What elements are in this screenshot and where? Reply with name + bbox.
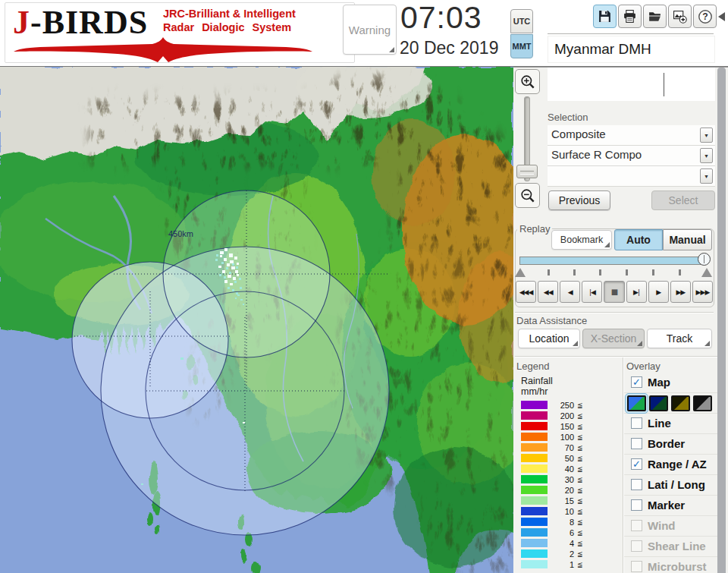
previous-button[interactable]: Previous <box>548 190 610 210</box>
overlay-item-label: Microburst <box>648 560 707 573</box>
manual-mode-button[interactable]: Manual <box>663 229 712 250</box>
selection-combo-1[interactable]: Composite ▼ <box>548 125 715 146</box>
rewind-start-button[interactable]: ◀◀◀ <box>516 281 536 303</box>
legend-value: 150 <box>547 422 574 431</box>
help-icon: ? <box>698 9 713 24</box>
auto-mode-button[interactable]: Auto <box>614 229 663 250</box>
help-button[interactable]: ? <box>693 5 717 28</box>
legend-color-swatch <box>521 528 548 537</box>
app-logo: J-BIRDS JRC-Brilliant & Intelligent Rada… <box>5 2 355 63</box>
select-button[interactable]: Select <box>651 190 715 210</box>
utc-button[interactable]: UTC <box>510 9 533 33</box>
zoom-out-icon <box>519 187 536 204</box>
checkbox-line[interactable] <box>631 417 642 429</box>
play-button[interactable]: ▶ <box>648 281 669 303</box>
map-style-black-gray[interactable] <box>693 395 712 411</box>
overlay-item-line[interactable]: Line <box>624 414 726 434</box>
warning-button[interactable]: Warning <box>343 5 397 55</box>
overlay-item-marker[interactable]: Marker <box>624 496 726 516</box>
legend-row: 200≦ <box>519 411 618 420</box>
clock-time: 07:03 <box>400 0 514 38</box>
chevron-down-icon[interactable]: ▼ <box>700 168 713 184</box>
control-panel: Selection Composite ▼ Surface R Compo ▼ … <box>513 67 728 573</box>
overlay-item-lati-long[interactable]: Lati / Long <box>624 475 726 496</box>
legend-color-swatch <box>521 464 548 473</box>
legend-row: 50≦ <box>519 454 618 463</box>
map-style-blue-green[interactable] <box>627 395 646 411</box>
save-button[interactable] <box>593 5 617 28</box>
message-input-box[interactable] <box>548 68 715 101</box>
replay-slider-track[interactable] <box>519 257 706 265</box>
stop-button[interactable]: ■ <box>604 281 624 303</box>
chevron-down-icon[interactable]: ▼ <box>700 128 713 143</box>
legend-value: 8 <box>547 518 574 527</box>
legend-row: 40≦ <box>519 464 618 474</box>
toolbar: ? <box>593 5 717 29</box>
x-section-button[interactable]: X-Section <box>582 329 645 348</box>
overlay-item-shear-line[interactable]: Shear Line <box>624 537 726 557</box>
map-zoom-in-button[interactable] <box>515 69 540 94</box>
selection-combo-2[interactable]: Surface R Compo ▼ <box>548 146 715 166</box>
legend-row: 150≦ <box>519 422 618 431</box>
divider <box>623 357 623 573</box>
overlay-item-microburst[interactable]: Microburst <box>624 557 726 573</box>
replay-slider-handle[interactable] <box>698 253 711 266</box>
checkbox-range-az[interactable]: ✓ <box>631 458 642 470</box>
map-zoom-slider-thumb[interactable] <box>516 165 538 178</box>
legend-lte-symbol: ≦ <box>577 433 583 442</box>
eagle-logo-icon <box>11 36 315 64</box>
divider <box>515 356 724 357</box>
bookmark-button[interactable]: Bookmark <box>551 230 612 250</box>
location-button[interactable]: Location <box>518 329 580 348</box>
station-name-field[interactable]: Myanmar DMH <box>548 36 715 63</box>
chevron-down-icon[interactable]: ▼ <box>700 148 713 163</box>
legend-lte-symbol: ≦ <box>577 422 583 431</box>
radar-map[interactable]: 450km <box>0 67 513 573</box>
print-button[interactable] <box>618 5 642 28</box>
checkbox-map[interactable]: ✓ <box>631 376 642 388</box>
legend-value: 6 <box>547 528 574 537</box>
overlay-item-map[interactable]: ✓Map <box>624 373 726 393</box>
overlay-item-label: Line <box>648 417 671 430</box>
play-reverse-button[interactable]: ◀ <box>560 281 580 303</box>
mmt-button[interactable]: MMT <box>510 34 533 58</box>
range-ring-label: 450km <box>168 229 193 238</box>
checkbox-marker[interactable] <box>631 499 642 511</box>
overlay-item-range-az[interactable]: ✓Range / AZ <box>624 455 726 475</box>
overlay-item-border[interactable]: Border <box>624 434 726 455</box>
checkbox-lati-long[interactable] <box>631 479 642 490</box>
legend-row: 15≦ <box>519 496 618 505</box>
open-folder-button[interactable] <box>643 5 667 28</box>
checkbox-border[interactable] <box>631 438 642 449</box>
data-assistance-label: Data Assistance <box>516 315 587 326</box>
header-separator <box>548 33 714 34</box>
replay-tick <box>548 269 550 275</box>
checkbox-microburst[interactable] <box>631 561 642 572</box>
legend-color-swatch <box>521 422 548 430</box>
combo-value: Composite <box>551 128 606 140</box>
checkbox-wind[interactable] <box>631 520 642 531</box>
overlay-item-wind[interactable]: Wind <box>624 516 726 537</box>
legend-color-swatch <box>521 486 548 494</box>
panel-scrollbar[interactable] <box>717 68 726 573</box>
fast-forward-button[interactable]: ▶▶ <box>670 281 691 303</box>
legend-lte-symbol: ≦ <box>577 401 583 410</box>
map-zoom-out-button[interactable] <box>515 183 540 208</box>
overlay-item-label: Range / AZ <box>648 458 707 471</box>
step-back-button[interactable]: |◀ <box>582 281 602 303</box>
legend-lte-symbol: ≦ <box>577 411 583 420</box>
step-forward-button[interactable]: ▶| <box>626 281 647 303</box>
add-image-button[interactable] <box>668 5 692 28</box>
legend-row: 250≦ <box>519 401 618 410</box>
legend-row: 8≦ <box>519 518 618 527</box>
track-button[interactable]: Track <box>647 329 712 348</box>
transport-buttons: ◀◀◀◀◀◀|◀■▶|▶▶▶▶▶▶ <box>516 281 713 303</box>
fast-rewind-button[interactable]: ◀◀ <box>538 281 558 303</box>
selection-combo-3[interactable]: ▼ <box>548 166 715 187</box>
map-style-black-olive[interactable] <box>671 395 690 411</box>
svg-text:?: ? <box>702 11 708 22</box>
checkbox-shear-line[interactable] <box>631 540 642 552</box>
map-style-navy-darkgreen[interactable] <box>649 395 668 411</box>
panel-collapse-arrow-icon[interactable] <box>718 12 725 21</box>
forward-end-button[interactable]: ▶▶▶ <box>692 281 713 303</box>
